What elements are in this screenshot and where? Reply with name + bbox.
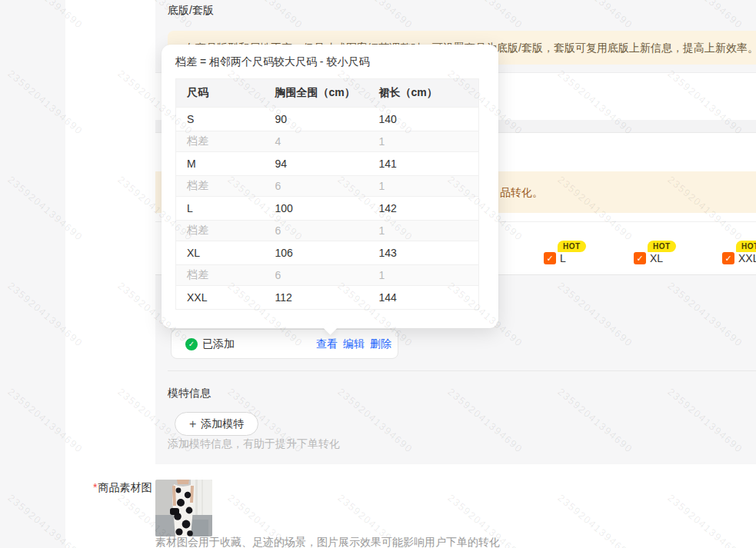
size-chart-added-box: ✓ 已添加 查看 编辑 删除	[171, 329, 398, 359]
model-info-title: 模特信息	[168, 387, 211, 400]
cell: M	[176, 152, 265, 176]
edit-link[interactable]: 编辑	[343, 337, 365, 351]
cell: 档差	[176, 221, 265, 241]
material-image-label-text: 商品素材图	[98, 481, 152, 493]
hot-badge: HOT	[648, 241, 676, 252]
cell: 1	[368, 131, 479, 152]
section-divider	[168, 370, 756, 371]
view-link[interactable]: 查看	[316, 337, 338, 351]
cell: L	[176, 197, 265, 221]
size-option-label: XL	[650, 252, 663, 264]
col-header-size: 尺码	[176, 79, 265, 108]
cell: 141	[368, 152, 479, 176]
cell: 144	[368, 286, 479, 310]
size-option-label: L	[560, 252, 566, 264]
table-row: XXL112144	[176, 286, 479, 310]
added-status-text: 已添加	[202, 337, 311, 351]
checkbox-checked-icon[interactable]: ✓	[544, 252, 556, 264]
cell: 143	[368, 241, 479, 265]
dress-photo-illustration	[155, 480, 212, 536]
material-image-hint: 素材图会用于收藏、足迹的场景，图片展示效果可能影响用户下单的转化	[155, 536, 500, 548]
hot-badge: HOT	[558, 241, 586, 252]
cell: S	[176, 108, 265, 131]
section-label-template: 底版/套版	[168, 4, 214, 18]
cell: 1	[368, 265, 479, 286]
cell: 4	[265, 131, 368, 152]
watermark-text: 23592041394690	[555, 492, 634, 548]
plus-icon: +	[189, 418, 196, 430]
size-option-label: XXL	[738, 252, 756, 264]
table-row-diff: 档差61	[176, 176, 479, 197]
cell: 142	[368, 197, 479, 221]
table-row: L100142	[176, 197, 479, 221]
table-row-diff: 档差61	[176, 221, 479, 241]
required-asterisk: *	[93, 481, 97, 493]
size-chart-table: 尺码 胸围全围（cm） 裙长（cm） S90140 档差41 M94141 档差…	[175, 78, 479, 310]
page-left-margin	[0, 0, 65, 548]
model-info-hint: 添加模特信息，有助于提升下单转化	[168, 437, 340, 451]
cell: 90	[265, 108, 368, 131]
cell: 6	[265, 265, 368, 286]
table-row: XL106143	[176, 241, 479, 265]
cell: XXL	[176, 286, 265, 310]
col-header-length: 裙长（cm）	[368, 79, 479, 108]
table-row: M94141	[176, 152, 479, 176]
table-row-diff: 档差41	[176, 131, 479, 152]
cell: 档差	[176, 176, 265, 197]
table-row-diff: 档差61	[176, 265, 479, 286]
cell: 档差	[176, 131, 265, 152]
cell: 94	[265, 152, 368, 176]
table-row: S90140	[176, 108, 479, 131]
material-image-label: *商品素材图	[93, 481, 152, 495]
checkbox-checked-icon[interactable]: ✓	[634, 252, 646, 264]
cell: 6	[265, 221, 368, 241]
col-header-bust: 胸围全围（cm）	[265, 79, 368, 108]
table-header-row: 尺码 胸围全围（cm） 裙长（cm）	[176, 79, 479, 108]
add-model-button[interactable]: + 添加模特	[175, 412, 258, 436]
success-check-icon: ✓	[185, 338, 198, 350]
product-material-image[interactable]	[155, 480, 212, 536]
conversion-notice-text: 品转化。	[500, 171, 543, 213]
checkbox-checked-icon[interactable]: ✓	[722, 252, 734, 264]
cell: XL	[176, 241, 265, 265]
cell: 140	[368, 108, 479, 131]
cell: 100	[265, 197, 368, 221]
cell: 106	[265, 241, 368, 265]
cell: 6	[265, 176, 368, 197]
popover-title: 档差 = 相邻两个尺码较大尺码 - 较小尺码	[175, 55, 369, 69]
cell: 112	[265, 286, 368, 310]
cell: 档差	[176, 265, 265, 286]
watermark-text: 23592041394690	[665, 492, 744, 548]
size-chart-popover: 档差 = 相邻两个尺码较大尺码 - 较小尺码 尺码 胸围全围（cm） 裙长（cm…	[162, 45, 498, 328]
add-model-button-label: 添加模特	[201, 417, 244, 431]
cell: 1	[368, 176, 479, 197]
hot-badge: HOT	[736, 241, 756, 252]
cell: 1	[368, 221, 479, 241]
delete-link[interactable]: 删除	[370, 337, 391, 351]
